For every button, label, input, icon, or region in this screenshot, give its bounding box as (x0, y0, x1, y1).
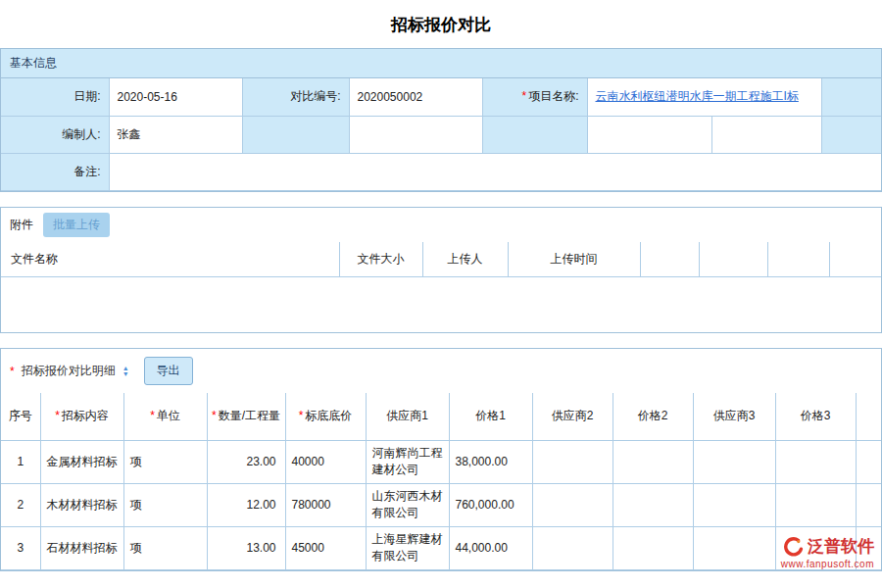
attach-header-empty (829, 242, 881, 277)
fanpu-logo-icon (784, 537, 804, 557)
empty-label-cell (242, 116, 349, 153)
required-mark: * (521, 89, 526, 103)
cell-quantity: 13.00 (207, 526, 285, 569)
detail-row: 3 石材材料招标 项 13.00 45000 上海星辉建材有限公司 44,000… (1, 526, 881, 569)
empty-value-cell (711, 116, 821, 153)
compare-no-label: 对比编号: (242, 78, 349, 116)
attach-header-uploadtime: 上传时间 (508, 242, 640, 277)
basic-info-row-3: 备注: (1, 153, 881, 190)
cell-extra (856, 483, 881, 526)
detail-section: * 招标报价对比明细 ▲ ▼ 导出 序号 *招标内容 *单位 *数量/工程量 *… (0, 348, 882, 571)
detail-row: 2 木材材料招标 项 12.00 780000 山东河西木材有限公司 760,0… (1, 483, 881, 526)
col-price3: 价格3 (775, 393, 856, 440)
cell-price1: 38,000.00 (449, 440, 532, 483)
attachments-table: 文件名称 文件大小 上传人 上传时间 (1, 242, 881, 278)
required-mark: * (150, 409, 155, 422)
attachments-empty-area (1, 277, 881, 332)
attach-header-filesize: 文件大小 (339, 242, 422, 277)
remark-value (109, 153, 881, 190)
attach-header-uploader: 上传人 (422, 242, 508, 277)
detail-row: 1 金属材料招标 项 23.00 40000 河南辉尚工程建材公司 38,000… (1, 440, 881, 483)
cell-price2 (612, 483, 693, 526)
cell-seq: 1 (1, 440, 40, 483)
cell-price3 (775, 483, 856, 526)
col-label: 单位 (157, 409, 180, 422)
attachments-section: 附件 批量上传 文件名称 文件大小 上传人 上传时间 (0, 207, 882, 334)
cell-bid-content: 木材材料招标 (40, 483, 123, 526)
sort-icon[interactable]: ▲ ▼ (122, 366, 129, 377)
cell-seq: 3 (1, 526, 40, 569)
attachments-toolbar: 附件 批量上传 (1, 208, 881, 242)
cell-price1: 44,000.00 (449, 526, 532, 569)
col-price2: 价格2 (612, 393, 693, 440)
attach-header-empty (699, 242, 767, 277)
cell-base-price: 45000 (285, 526, 366, 569)
cell-price1: 760,000.00 (449, 483, 532, 526)
cell-base-price: 780000 (285, 483, 366, 526)
project-name-label-text: 项目名称: (528, 89, 578, 103)
cell-quantity: 23.00 (207, 440, 285, 483)
required-mark: * (212, 409, 217, 422)
col-extra (856, 393, 881, 440)
col-quantity: *数量/工程量 (207, 393, 285, 440)
page-title: 招标报价对比 (0, 0, 882, 48)
col-unit: *单位 (123, 393, 207, 440)
attach-header-empty (640, 242, 699, 277)
project-name-cell: 云南水利枢纽潜明水库一期工程施工I标 (587, 78, 821, 116)
cell-unit: 项 (123, 483, 207, 526)
cell-price2 (612, 440, 693, 483)
batch-upload-button[interactable]: 批量上传 (43, 213, 110, 237)
attach-header-empty (767, 242, 829, 277)
required-mark: * (299, 409, 304, 422)
date-label: 日期: (1, 78, 109, 116)
sort-down-arrow: ▼ (122, 371, 129, 377)
cell-price2 (612, 526, 693, 569)
col-seq: 序号 (1, 393, 40, 440)
col-bid-content: *招标内容 (40, 393, 123, 440)
basic-info-header: 基本信息 (1, 49, 881, 78)
cell-seq: 2 (1, 483, 40, 526)
cell-bid-content: 石材材料招标 (40, 526, 123, 569)
compare-no-value: 2020050002 (349, 78, 482, 116)
export-button[interactable]: 导出 (144, 357, 193, 385)
empty-label-cell (821, 116, 881, 153)
cell-supplier3 (693, 526, 775, 569)
basic-info-section: 基本信息 日期: 2020-05-16 对比编号: 2020050002 *项目… (0, 48, 882, 192)
detail-toolbar: * 招标报价对比明细 ▲ ▼ 导出 (1, 349, 881, 393)
project-name-label: *项目名称: (482, 78, 587, 116)
col-supplier2: 供应商2 (532, 393, 612, 440)
cell-unit: 项 (123, 526, 207, 569)
empty-value-cell (587, 116, 711, 153)
col-supplier1: 供应商1 (366, 393, 449, 440)
date-value: 2020-05-16 (109, 78, 242, 116)
cell-supplier3 (693, 483, 775, 526)
attach-header-filename: 文件名称 (1, 242, 339, 277)
detail-title: 招标报价对比明细 (22, 363, 116, 379)
col-label: 数量/工程量 (219, 409, 280, 422)
col-price1: 价格1 (449, 393, 532, 440)
cell-supplier1: 山东河西木材有限公司 (366, 483, 449, 526)
cell-supplier1: 上海星辉建材有限公司 (366, 526, 449, 569)
creator-label: 编制人: (1, 116, 109, 153)
cell-quantity: 12.00 (207, 483, 285, 526)
required-mark: * (55, 409, 60, 422)
attachments-title: 附件 (10, 217, 33, 233)
empty-label-cell (482, 116, 587, 153)
required-mark: * (10, 365, 15, 378)
col-base-price: *标底底价 (285, 393, 366, 440)
cell-supplier2 (532, 440, 612, 483)
cell-unit: 项 (123, 440, 207, 483)
detail-table: 序号 *招标内容 *单位 *数量/工程量 *标底底价 供应商1 价格1 供应商2… (1, 393, 881, 570)
empty-value-cell (349, 116, 482, 153)
col-supplier3: 供应商3 (693, 393, 775, 440)
col-label: 标底底价 (305, 409, 352, 422)
cell-supplier2 (532, 526, 612, 569)
brand-url: www.fanpusoft.com (781, 559, 874, 569)
remark-label: 备注: (1, 153, 109, 190)
col-label: 招标内容 (62, 409, 109, 422)
cell-bid-content: 金属材料招标 (40, 440, 123, 483)
cell-supplier2 (532, 483, 612, 526)
project-name-link[interactable]: 云南水利枢纽潜明水库一期工程施工I标 (596, 89, 799, 103)
cell-base-price: 40000 (285, 440, 366, 483)
cell-price3 (775, 440, 856, 483)
